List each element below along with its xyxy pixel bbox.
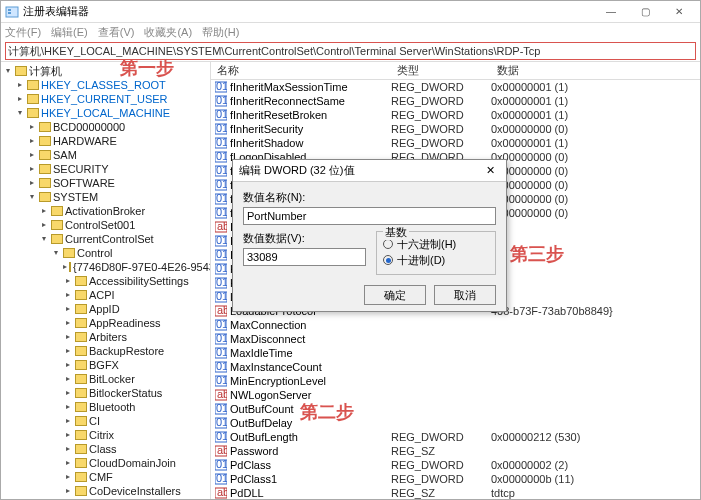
- value-row[interactable]: 011fInheritShadowREG_DWORD0x00000001 (1): [211, 136, 700, 150]
- ok-button[interactable]: 确定: [364, 285, 426, 305]
- chevron-right-icon[interactable]: ▸: [27, 150, 37, 160]
- tree-item[interactable]: ▾SYSTEM: [27, 190, 210, 204]
- tree-item[interactable]: ▸CMF: [63, 470, 210, 484]
- chevron-right-icon[interactable]: ▸: [27, 164, 37, 174]
- tree-item[interactable]: ▸AccessibilitySettings: [63, 274, 210, 288]
- tree-item[interactable]: ▾Control: [51, 246, 210, 260]
- chevron-down-icon[interactable]: ▾: [27, 192, 37, 202]
- col-data[interactable]: 数据: [491, 63, 700, 78]
- tree-item[interactable]: ▾HKEY_LOCAL_MACHINE: [15, 106, 210, 120]
- chevron-right-icon[interactable]: ▸: [63, 458, 73, 468]
- chevron-right-icon[interactable]: ▸: [63, 290, 73, 300]
- tree-item[interactable]: ▸{7746D80F-97E0-4E26-9543-26841FC22F79}: [63, 260, 210, 274]
- tree-item[interactable]: ▾CurrentControlSet: [39, 232, 210, 246]
- chevron-down-icon[interactable]: ▾: [39, 234, 49, 244]
- chevron-right-icon[interactable]: ▸: [63, 416, 73, 426]
- tree-item[interactable]: ▸HKEY_CURRENT_USER: [15, 92, 210, 106]
- value-row[interactable]: abPasswordREG_SZ: [211, 444, 700, 458]
- chevron-right-icon[interactable]: ▸: [27, 178, 37, 188]
- menu-favorites[interactable]: 收藏夹(A): [144, 25, 192, 40]
- value-row[interactable]: 011MinEncryptionLevel: [211, 374, 700, 388]
- tree-item[interactable]: ▸HKEY_CLASSES_ROOT: [15, 78, 210, 92]
- value-row[interactable]: abNWLogonServer: [211, 388, 700, 402]
- chevron-right-icon[interactable]: ▸: [63, 430, 73, 440]
- value-row[interactable]: 011OutBufLengthREG_DWORD0x00000212 (530): [211, 430, 700, 444]
- maximize-button[interactable]: ▢: [628, 2, 662, 22]
- chevron-down-icon[interactable]: ▾: [15, 108, 25, 118]
- menu-view[interactable]: 查看(V): [98, 25, 135, 40]
- chevron-right-icon[interactable]: ▸: [15, 80, 25, 90]
- chevron-right-icon[interactable]: ▸: [63, 472, 73, 482]
- tree-item[interactable]: ▸BitlockerStatus: [63, 386, 210, 400]
- menu-edit[interactable]: 编辑(E): [51, 25, 88, 40]
- chevron-right-icon[interactable]: ▸: [39, 220, 49, 230]
- value-row[interactable]: 011fInheritSecurityREG_DWORD0x00000000 (…: [211, 122, 700, 136]
- chevron-right-icon[interactable]: ▸: [63, 346, 73, 356]
- tree-item[interactable]: ▸HARDWARE: [27, 134, 210, 148]
- menu-file[interactable]: 文件(F): [5, 25, 41, 40]
- radio-dec[interactable]: 十进制(D): [383, 252, 489, 268]
- value-row[interactable]: 011PdClass1REG_DWORD0x0000000b (11): [211, 472, 700, 486]
- value-row[interactable]: 011PdClassREG_DWORD0x00000002 (2): [211, 458, 700, 472]
- chevron-right-icon[interactable]: ▸: [27, 136, 37, 146]
- value-row[interactable]: 011OutBufDelay: [211, 416, 700, 430]
- tree-item[interactable]: ▸Arbiters: [63, 330, 210, 344]
- tree-item[interactable]: ▸BGFX: [63, 358, 210, 372]
- chevron-right-icon[interactable]: ▸: [63, 402, 73, 412]
- value-row[interactable]: 011MaxConnection: [211, 318, 700, 332]
- chevron-down-icon[interactable]: ▾: [3, 66, 13, 76]
- address-bar[interactable]: 计算机\HKEY_LOCAL_MACHINE\SYSTEM\CurrentCon…: [5, 42, 696, 60]
- chevron-right-icon[interactable]: ▸: [63, 444, 73, 454]
- col-type[interactable]: 类型: [391, 63, 491, 78]
- minimize-button[interactable]: —: [594, 2, 628, 22]
- tree-item[interactable]: ▸AppReadiness: [63, 316, 210, 330]
- tree-item[interactable]: ▸COM Name Arbiter: [63, 498, 210, 499]
- chevron-down-icon[interactable]: ▾: [51, 248, 61, 258]
- tree-item[interactable]: ▸BackupRestore: [63, 344, 210, 358]
- value-name-input[interactable]: [243, 207, 496, 225]
- value-row[interactable]: 011fInheritMaxSessionTimeREG_DWORD0x0000…: [211, 80, 700, 94]
- menu-help[interactable]: 帮助(H): [202, 25, 239, 40]
- tree-item[interactable]: ▸SECURITY: [27, 162, 210, 176]
- value-row[interactable]: 011fInheritReconnectSameREG_DWORD0x00000…: [211, 94, 700, 108]
- tree-item[interactable]: ▸SAM: [27, 148, 210, 162]
- chevron-right-icon[interactable]: ▸: [27, 122, 37, 132]
- value-row[interactable]: 011OutBufCount: [211, 402, 700, 416]
- tree-item[interactable]: ▸ACPI: [63, 288, 210, 302]
- chevron-right-icon[interactable]: ▸: [63, 486, 73, 496]
- tree-item[interactable]: ▸BCD00000000: [27, 120, 210, 134]
- tree-item[interactable]: ▸CloudDomainJoin: [63, 456, 210, 470]
- chevron-right-icon[interactable]: ▸: [15, 94, 25, 104]
- tree-item[interactable]: ▸BitLocker: [63, 372, 210, 386]
- tree-item[interactable]: ▸Class: [63, 442, 210, 456]
- tree-pane[interactable]: ▾计算机▸HKEY_CLASSES_ROOT▸HKEY_CURRENT_USER…: [1, 62, 211, 499]
- tree-item[interactable]: ▸Citrix: [63, 428, 210, 442]
- chevron-right-icon[interactable]: ▸: [63, 388, 73, 398]
- tree-item[interactable]: ▸CI: [63, 414, 210, 428]
- tree-item[interactable]: ▸ControlSet001: [39, 218, 210, 232]
- value-row[interactable]: abPdDLLREG_SZtdtcp: [211, 486, 700, 499]
- value-data-input[interactable]: [243, 248, 366, 266]
- value-row[interactable]: 011MaxIdleTime: [211, 346, 700, 360]
- value-row[interactable]: 011MaxInstanceCount: [211, 360, 700, 374]
- close-button[interactable]: ✕: [662, 2, 696, 22]
- chevron-right-icon[interactable]: ▸: [39, 206, 49, 216]
- cancel-button[interactable]: 取消: [434, 285, 496, 305]
- chevron-right-icon[interactable]: ▸: [63, 276, 73, 286]
- chevron-right-icon[interactable]: ▸: [63, 360, 73, 370]
- tree-item[interactable]: ▸SOFTWARE: [27, 176, 210, 190]
- value-row[interactable]: 011MaxDisconnect: [211, 332, 700, 346]
- tree-item[interactable]: ▸Bluetooth: [63, 400, 210, 414]
- tree-item[interactable]: ▸CoDeviceInstallers: [63, 484, 210, 498]
- chevron-right-icon[interactable]: ▸: [63, 304, 73, 314]
- dialog-close-icon[interactable]: ✕: [480, 164, 500, 177]
- value-row[interactable]: 011fInheritResetBrokenREG_DWORD0x0000000…: [211, 108, 700, 122]
- tree-item[interactable]: ▸AppID: [63, 302, 210, 316]
- chevron-right-icon[interactable]: ▸: [63, 374, 73, 384]
- chevron-right-icon[interactable]: ▸: [63, 262, 67, 272]
- tree-item[interactable]: ▸ActivationBroker: [39, 204, 210, 218]
- tree-item[interactable]: ▾计算机: [3, 64, 210, 78]
- col-name[interactable]: 名称: [211, 63, 391, 78]
- chevron-right-icon[interactable]: ▸: [63, 332, 73, 342]
- chevron-right-icon[interactable]: ▸: [63, 318, 73, 328]
